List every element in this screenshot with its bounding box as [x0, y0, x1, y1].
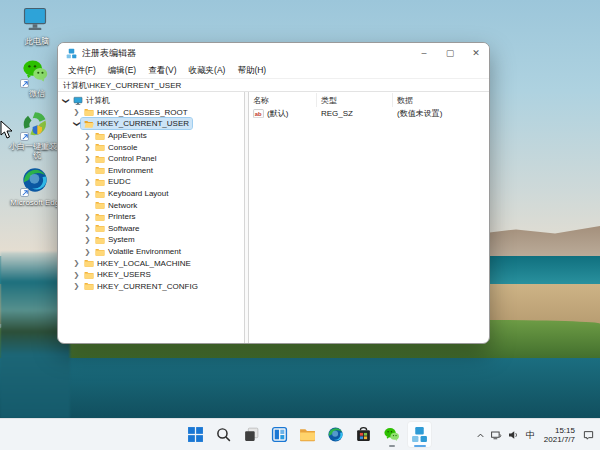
- tree-item-eudc[interactable]: ❯ EUDC: [58, 176, 244, 188]
- minimize-button[interactable]: –: [411, 43, 437, 63]
- tree-item-environment[interactable]: Environment: [58, 165, 244, 177]
- window-titlebar[interactable]: 注册表编辑器 – ▢ ✕: [58, 43, 489, 63]
- folder-icon: [95, 236, 105, 244]
- tree-item-label: EUDC: [108, 177, 131, 186]
- active-indicator: [414, 445, 426, 448]
- value-row[interactable]: ab(默认) REG_SZ (数值未设置): [249, 107, 489, 120]
- chevron-right-icon[interactable]: ❯: [72, 108, 81, 116]
- tree-item-label: HKEY_CURRENT_USER: [97, 119, 189, 128]
- chevron-right-icon[interactable]: ❯: [72, 282, 81, 290]
- registry-icon: [411, 426, 428, 443]
- tree-item-keyboard-layout[interactable]: ❯ Keyboard Layout: [58, 188, 244, 200]
- tree-item-hkey-users[interactable]: ❯ HKEY_USERS: [58, 269, 244, 281]
- edge-icon: [327, 426, 344, 443]
- tree-item-label: Console: [108, 143, 137, 152]
- chevron-right-icon[interactable]: ❯: [83, 143, 92, 151]
- folder-icon: [95, 155, 105, 163]
- close-button[interactable]: ✕: [463, 43, 489, 63]
- tree-item-hkey-current-user[interactable]: ❯ HKEY_CURRENT_USER: [58, 118, 244, 130]
- taskbar-search-button[interactable]: [211, 421, 236, 448]
- tree-item-console[interactable]: ❯ Console: [58, 141, 244, 153]
- column-header-2[interactable]: 数据: [393, 93, 489, 107]
- tree-item-hkey-local-machine[interactable]: ❯ HKEY_LOCAL_MACHINE: [58, 257, 244, 269]
- chevron-down-icon[interactable]: ❯: [62, 96, 70, 105]
- window-title: 注册表编辑器: [82, 47, 136, 60]
- tree-item-label: AppEvents: [108, 131, 147, 140]
- svg-text:ab: ab: [255, 111, 262, 117]
- taskbar: 中 15:15 2021/7/7: [0, 418, 600, 450]
- search-icon: [215, 426, 232, 443]
- chevron-right-icon[interactable]: ❯: [83, 178, 92, 186]
- menu-item-0[interactable]: 文件(F): [62, 65, 102, 77]
- address-text: 计算机\HKEY_CURRENT_USER: [63, 80, 181, 91]
- chevron-right-icon[interactable]: ❯: [83, 190, 92, 198]
- tree-item-system[interactable]: ❯ System: [58, 234, 244, 246]
- tree-item-network[interactable]: Network: [58, 199, 244, 211]
- menu-item-1[interactable]: 编辑(E): [102, 65, 142, 77]
- file-explorer-icon: [299, 426, 316, 443]
- taskbar-store-button[interactable]: [351, 421, 376, 448]
- tree-item-label: Volatile Environment: [108, 247, 181, 256]
- chevron-right-icon[interactable]: ❯: [83, 248, 92, 256]
- column-header-1[interactable]: 类型: [317, 93, 393, 107]
- widgets-icon: [271, 426, 288, 443]
- folder-icon: [95, 143, 105, 151]
- folder-icon: [95, 201, 105, 209]
- value-name: (默认): [267, 108, 288, 119]
- folder-icon: [95, 190, 105, 198]
- clock-date: 2021/7/7: [544, 435, 575, 444]
- tree-item-software[interactable]: ❯ Software: [58, 223, 244, 235]
- notification-center-icon[interactable]: [582, 429, 595, 441]
- chevron-right-icon[interactable]: ❯: [83, 236, 92, 244]
- tree-item-label: Software: [108, 224, 140, 233]
- desktop-icon-this-pc[interactable]: 此电脑: [8, 5, 66, 46]
- tree-item-label: HKEY_LOCAL_MACHINE: [97, 259, 191, 268]
- maximize-button[interactable]: ▢: [437, 43, 463, 63]
- taskbar-clock[interactable]: 15:15 2021/7/7: [541, 426, 578, 444]
- taskbar-registry-editor-button[interactable]: [407, 421, 432, 448]
- column-header-0[interactable]: 名称: [249, 93, 317, 107]
- tree-item-计算机[interactable]: ❯ 计算机: [58, 95, 244, 107]
- tree-item-printers[interactable]: ❯ Printers: [58, 211, 244, 223]
- computer-icon: [73, 96, 83, 106]
- folder-icon: [95, 213, 105, 221]
- chevron-down-icon[interactable]: ❯: [73, 119, 81, 128]
- edge-icon: [21, 166, 53, 196]
- tray-chevron-icon[interactable]: [475, 430, 486, 441]
- taskbar-edge-button[interactable]: [323, 421, 348, 448]
- shortcut-arrow-icon: [20, 132, 29, 141]
- wechat-icon: [383, 426, 400, 443]
- address-bar[interactable]: 计算机\HKEY_CURRENT_USER: [58, 78, 489, 92]
- taskbar-start-button[interactable]: [183, 421, 208, 448]
- tree-item-hkey-classes-root[interactable]: ❯ HKEY_CLASSES_ROOT: [58, 107, 244, 119]
- volume-icon[interactable]: [507, 429, 520, 441]
- folder-icon: [95, 248, 105, 256]
- folder-icon: [95, 224, 105, 232]
- chevron-right-icon[interactable]: ❯: [83, 224, 92, 232]
- chevron-right-icon[interactable]: ❯: [72, 259, 81, 267]
- taskbar-task-view-button[interactable]: [239, 421, 264, 448]
- chevron-right-icon[interactable]: ❯: [83, 132, 92, 140]
- folder-icon: [84, 259, 94, 267]
- menu-item-3[interactable]: 收藏夹(A): [183, 65, 232, 77]
- menu-item-4[interactable]: 帮助(H): [231, 65, 272, 77]
- system-tray: 中 15:15 2021/7/7: [475, 419, 595, 450]
- chevron-right-icon[interactable]: ❯: [83, 155, 92, 163]
- mouse-cursor: [0, 120, 13, 139]
- tree-item-label: Environment: [108, 166, 153, 175]
- tree-item-hkey-current-config[interactable]: ❯ HKEY_CURRENT_CONFIG: [58, 281, 244, 293]
- taskbar-file-explorer-button[interactable]: [295, 421, 320, 448]
- ime-indicator[interactable]: 中: [524, 429, 537, 442]
- taskbar-widgets-button[interactable]: [267, 421, 292, 448]
- folder-icon: [95, 132, 105, 140]
- taskbar-wechat-button[interactable]: [379, 421, 404, 448]
- network-icon[interactable]: [490, 429, 503, 441]
- chevron-right-icon[interactable]: ❯: [72, 271, 81, 279]
- wechat-icon: [21, 57, 53, 87]
- tree-item-label: HKEY_CLASSES_ROOT: [97, 108, 188, 117]
- tree-item-control-panel[interactable]: ❯ Control Panel: [58, 153, 244, 165]
- menu-item-2[interactable]: 查看(V): [142, 65, 182, 77]
- tree-item-volatile-environment[interactable]: ❯ Volatile Environment: [58, 246, 244, 258]
- tree-item-appevents[interactable]: ❯ AppEvents: [58, 130, 244, 142]
- chevron-right-icon[interactable]: ❯: [83, 213, 92, 221]
